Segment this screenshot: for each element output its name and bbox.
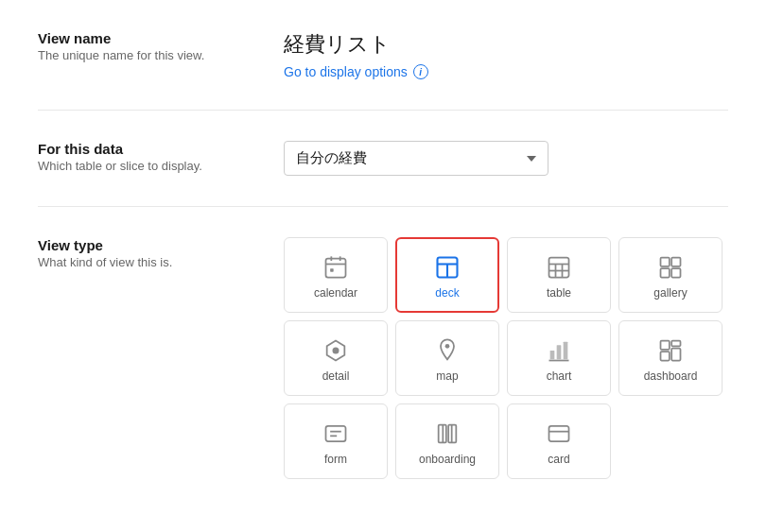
onboarding-label: onboarding xyxy=(419,453,476,466)
view-type-chart[interactable]: chart xyxy=(507,320,611,396)
svg-rect-8 xyxy=(549,258,569,278)
view-type-grid-wrapper: calendar deck xyxy=(284,237,728,479)
calendar-label: calendar xyxy=(314,286,357,300)
svg-rect-27 xyxy=(661,352,670,360)
view-type-detail[interactable]: detail xyxy=(284,320,388,396)
view-type-map[interactable]: map xyxy=(395,320,499,396)
view-type-calendar[interactable]: calendar xyxy=(284,237,388,313)
detail-icon xyxy=(322,337,349,364)
deck-icon xyxy=(434,254,461,281)
card-icon xyxy=(546,420,572,447)
view-type-gallery[interactable]: gallery xyxy=(618,237,722,313)
info-icon[interactable]: i xyxy=(413,64,428,79)
svg-point-19 xyxy=(445,344,450,349)
svg-rect-16 xyxy=(671,268,680,277)
for-this-data-desc: Which table or slice to display. xyxy=(38,159,284,173)
go-to-display-row: Go to display options i xyxy=(284,64,728,79)
for-this-data-label-group: For this data Which table or slice to di… xyxy=(38,141,284,173)
view-type-deck[interactable]: deck xyxy=(395,237,499,313)
svg-rect-15 xyxy=(661,268,670,277)
svg-rect-4 xyxy=(330,268,334,272)
for-this-data-row: For this data Which table or slice to di… xyxy=(38,141,728,176)
svg-rect-21 xyxy=(557,345,562,359)
view-name-label-group: View name The unique name for this view. xyxy=(38,30,284,62)
view-name-title: View name xyxy=(38,30,284,46)
map-label: map xyxy=(436,369,458,383)
view-type-form[interactable]: form xyxy=(284,403,388,479)
view-type-onboarding[interactable]: onboarding xyxy=(395,403,499,479)
for-this-data-title: For this data xyxy=(38,141,284,157)
view-name-value: 経費リスト xyxy=(284,30,728,59)
go-to-display-link[interactable]: Go to display options xyxy=(284,64,408,79)
view-name-row: View name The unique name for this view.… xyxy=(38,30,728,79)
view-type-table[interactable]: table xyxy=(507,237,611,313)
detail-label: detail xyxy=(322,369,350,383)
svg-rect-0 xyxy=(326,259,346,278)
chart-label: chart xyxy=(547,369,572,383)
form-icon xyxy=(322,420,349,447)
svg-point-18 xyxy=(333,348,339,354)
table-label: table xyxy=(547,286,571,300)
deck-label: deck xyxy=(435,286,459,300)
for-this-data-content: 自分の経費 xyxy=(284,141,728,176)
view-type-grid: calendar deck xyxy=(284,237,728,479)
svg-rect-22 xyxy=(564,342,568,360)
gallery-label: gallery xyxy=(653,286,687,300)
table-icon xyxy=(546,254,572,281)
view-type-label-group: View type What kind of view this is. xyxy=(38,237,284,269)
view-type-title: View type xyxy=(38,237,284,253)
dashboard-label: dashboard xyxy=(644,369,698,383)
svg-rect-25 xyxy=(671,341,680,347)
svg-rect-28 xyxy=(326,426,346,441)
svg-rect-14 xyxy=(671,258,680,266)
calendar-icon xyxy=(322,254,349,281)
view-type-dashboard[interactable]: dashboard xyxy=(618,320,722,396)
view-type-card[interactable]: card xyxy=(507,403,611,479)
onboarding-icon xyxy=(434,420,461,447)
view-type-desc: What kind of view this is. xyxy=(38,255,284,269)
view-name-content: 経費リスト Go to display options i xyxy=(284,30,728,79)
chart-icon xyxy=(546,337,572,364)
view-type-row: View type What kind of view this is. xyxy=(38,237,728,479)
divider-1 xyxy=(38,110,728,111)
svg-rect-20 xyxy=(550,351,555,359)
svg-rect-26 xyxy=(671,349,680,361)
gallery-icon xyxy=(657,254,684,281)
svg-rect-24 xyxy=(661,341,670,350)
svg-rect-13 xyxy=(661,258,670,266)
data-select-value: 自分の経費 xyxy=(296,149,367,167)
view-name-desc: The unique name for this view. xyxy=(38,48,284,62)
divider-2 xyxy=(38,206,728,207)
chevron-down-icon xyxy=(527,156,536,162)
map-icon xyxy=(434,337,461,364)
data-select-dropdown[interactable]: 自分の経費 xyxy=(284,141,548,176)
form-label: form xyxy=(324,453,347,466)
card-label: card xyxy=(548,453,569,466)
svg-rect-35 xyxy=(549,426,569,441)
dashboard-icon xyxy=(657,337,684,364)
